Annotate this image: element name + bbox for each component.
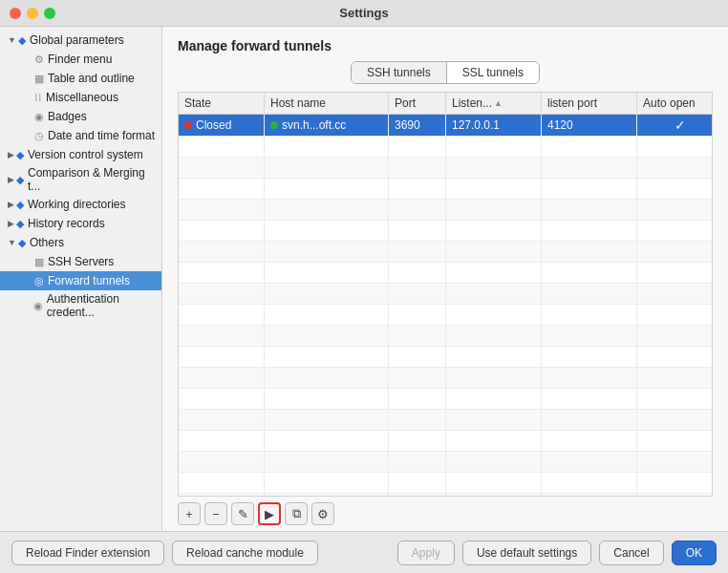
sidebar-item-table-outline[interactable]: ▦Table and outline xyxy=(0,69,161,88)
table-row-empty xyxy=(179,221,712,242)
empty-cell xyxy=(265,305,389,325)
bottom-left-buttons: Reload Finder extension Reload canche mo… xyxy=(11,541,318,565)
sidebar-item-label: Miscellaneous xyxy=(46,91,118,104)
empty-cell xyxy=(389,494,446,496)
tab-bar: SSH tunnels SSL tunnels xyxy=(162,61,728,92)
empty-cell xyxy=(179,179,265,199)
empty-cell xyxy=(179,389,265,409)
empty-cell xyxy=(637,347,712,367)
empty-cell xyxy=(179,431,265,451)
empty-cell xyxy=(542,389,637,409)
close-button[interactable] xyxy=(10,8,21,19)
reload-cache-button[interactable]: Reload canche module xyxy=(172,541,318,565)
table-row[interactable]: Closedsvn.h...oft.cc3690127.0.0.14120✓ xyxy=(179,115,712,137)
ok-button[interactable]: OK xyxy=(672,541,717,565)
empty-cell xyxy=(265,410,389,430)
maximize-button[interactable] xyxy=(44,8,55,19)
empty-cell xyxy=(637,452,712,472)
sidebar-item-comparison-merging[interactable]: ▶◆Comparison & Merging t... xyxy=(0,164,161,195)
sidebar: ▼◆Global parameters⚙Finder menu▦Table an… xyxy=(0,27,162,531)
empty-cell xyxy=(389,284,446,304)
empty-cell xyxy=(446,200,542,220)
empty-cell xyxy=(265,494,389,496)
sidebar-item-label: Global parameters xyxy=(30,33,124,47)
empty-cell xyxy=(265,221,389,241)
sidebar-item-label: Badges xyxy=(48,110,87,123)
item-icon: ◎ xyxy=(34,275,44,287)
cancel-button[interactable]: Cancel xyxy=(599,541,663,565)
item-icon: ◉ xyxy=(33,300,43,312)
remove-button[interactable]: − xyxy=(204,502,227,525)
empty-cell xyxy=(637,200,712,220)
empty-cell xyxy=(446,263,542,283)
sidebar-item-badges[interactable]: ◉Badges xyxy=(0,107,161,126)
apply-button[interactable]: Apply xyxy=(397,541,455,565)
empty-cell xyxy=(179,263,265,283)
chevron-icon: ▶ xyxy=(8,150,14,159)
edit-button[interactable]: ✎ xyxy=(231,502,254,525)
sidebar-item-forward-tunnels[interactable]: ◎Forward tunnels xyxy=(0,271,161,290)
item-icon: ◆ xyxy=(18,34,26,47)
sidebar-item-label: Finder menu xyxy=(48,53,112,66)
duplicate-button[interactable]: ⧉ xyxy=(285,502,308,525)
empty-cell xyxy=(446,347,542,367)
table-header: State Host name Port Listen...▲ listen p… xyxy=(179,93,712,115)
play-button[interactable]: ▶ xyxy=(258,502,281,525)
sidebar-item-auth-credentials[interactable]: ◉Authentication credent... xyxy=(0,290,161,321)
empty-cell xyxy=(446,158,542,178)
empty-cell xyxy=(446,284,542,304)
item-icon: ⁞⁞ xyxy=(34,92,42,104)
sidebar-item-ssh-servers[interactable]: ▦SSH Servers xyxy=(0,252,161,271)
minimize-button[interactable] xyxy=(27,8,38,19)
chevron-icon: ▼ xyxy=(8,35,16,45)
empty-cell xyxy=(389,431,446,451)
table-row-empty xyxy=(179,368,712,389)
table-row-empty xyxy=(179,284,712,305)
empty-cell xyxy=(446,473,542,493)
empty-cell xyxy=(389,389,446,409)
sidebar-item-version-control[interactable]: ▶◆Version control system xyxy=(0,145,161,164)
empty-cell xyxy=(265,263,389,283)
item-icon: ◆ xyxy=(16,149,24,161)
sidebar-item-label: Others xyxy=(30,236,64,249)
empty-cell xyxy=(446,179,542,199)
tab-ssh-tunnels[interactable]: SSH tunnels xyxy=(352,62,447,83)
empty-cell xyxy=(446,494,542,496)
sidebar-item-finder-menu[interactable]: ⚙Finder menu xyxy=(0,50,161,69)
col-hostname: Host name xyxy=(265,93,389,114)
reload-finder-button[interactable]: Reload Finder extension xyxy=(11,541,164,565)
empty-cell xyxy=(542,284,637,304)
sidebar-item-miscellaneous[interactable]: ⁞⁞Miscellaneous xyxy=(0,88,161,107)
empty-cell xyxy=(446,221,542,241)
sidebar-item-history-records[interactable]: ▶◆History records xyxy=(0,214,161,233)
empty-cell xyxy=(542,242,637,262)
empty-cell xyxy=(446,410,542,430)
sidebar-item-others[interactable]: ▼◆Others xyxy=(0,233,161,252)
empty-cell xyxy=(637,326,712,346)
sidebar-item-date-time[interactable]: ◷Date and time format xyxy=(0,126,161,145)
hostname-text: svn.h...oft.cc xyxy=(282,118,346,132)
empty-cell xyxy=(389,137,446,157)
col-state: State xyxy=(179,93,265,114)
tab-ssl-tunnels[interactable]: SSL tunnels xyxy=(447,62,539,83)
table-row-empty xyxy=(179,452,712,473)
cell-auto-open: ✓ xyxy=(637,115,712,136)
checkmark-icon: ✓ xyxy=(674,117,686,133)
sidebar-item-label: Date and time format xyxy=(48,129,155,142)
empty-cell xyxy=(389,179,446,199)
empty-cell xyxy=(179,410,265,430)
default-settings-button[interactable]: Use default settings xyxy=(462,541,591,565)
empty-cell xyxy=(446,305,542,325)
empty-cell xyxy=(542,179,637,199)
add-button[interactable]: + xyxy=(178,502,201,525)
empty-cell xyxy=(637,410,712,430)
sidebar-item-working-directories[interactable]: ▶◆Working directories xyxy=(0,195,161,214)
empty-cell xyxy=(389,410,446,430)
sidebar-item-global-parameters[interactable]: ▼◆Global parameters xyxy=(0,31,161,50)
window-controls[interactable] xyxy=(10,8,55,19)
settings-button[interactable]: ⚙ xyxy=(311,502,334,525)
empty-cell xyxy=(265,200,389,220)
item-icon: ◆ xyxy=(16,199,24,211)
item-icon: ▦ xyxy=(34,256,44,268)
empty-cell xyxy=(179,137,265,157)
